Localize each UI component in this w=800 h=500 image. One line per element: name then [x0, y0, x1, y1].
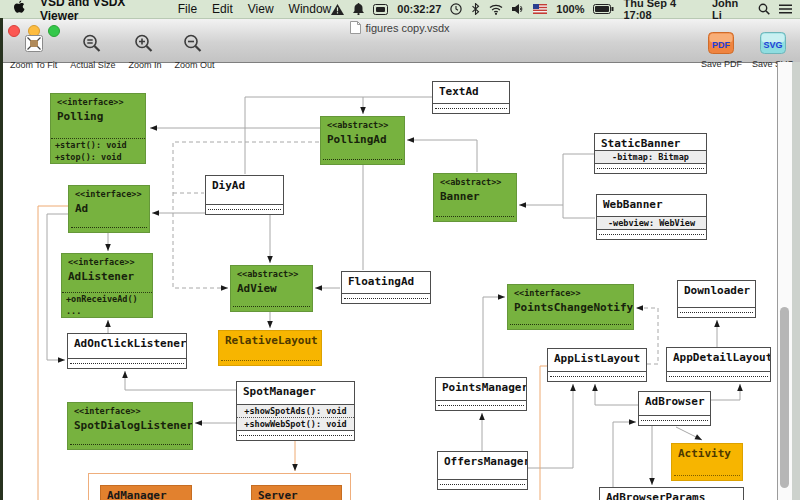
warning-icon[interactable]: [331, 4, 344, 15]
zoom-in-icon: [133, 33, 157, 59]
empty-compartment: [68, 358, 186, 368]
class-name-label: SpotDialogListener: [68, 416, 192, 432]
empty-compartment: [595, 163, 706, 173]
svg-text:SVG: SVG: [763, 40, 782, 50]
class-name-label: PointsManager: [436, 378, 526, 394]
window-right-edge: [791, 62, 800, 500]
class-name-label: TextAd: [433, 82, 509, 98]
stereotype-label: <<abstract>>: [434, 174, 516, 187]
battery-icon[interactable]: [593, 4, 614, 14]
menu-item-window[interactable]: Window: [289, 2, 332, 16]
empty-compartment: [436, 400, 526, 410]
empty-compartment: [219, 356, 321, 365]
class-name-label: Downloader: [678, 281, 755, 297]
save-pdf-button[interactable]: PDFSave PDF: [701, 32, 742, 69]
empty-compartment: [231, 302, 312, 311]
class-name-label: PollingAd: [321, 130, 404, 146]
uml-class-Server: Server: [251, 485, 342, 500]
menu-item-file[interactable]: File: [178, 2, 197, 16]
bell-icon[interactable]: [353, 3, 364, 15]
member-row: +showWebSpot(): void: [237, 417, 354, 430]
uml-class-AppListLayout: AppListLayout: [547, 348, 647, 382]
uml-class-DiyAd: DiyAd: [205, 175, 284, 215]
volume-icon[interactable]: [512, 4, 524, 14]
uml-class-AdManager: AdManager: [100, 485, 192, 500]
us-flag-icon[interactable]: [533, 4, 547, 14]
bluetooth-icon[interactable]: [471, 3, 480, 15]
class-name-label: WebBanner: [597, 195, 706, 211]
save-pdf-icon: PDF: [708, 32, 734, 58]
actual-size-button[interactable]: Actual Size: [70, 33, 115, 70]
empty-compartment: [321, 155, 404, 164]
battery-percent[interactable]: 100%: [556, 3, 584, 15]
class-name-label: Polling: [51, 107, 145, 123]
class-name-label: AdView: [231, 279, 312, 295]
vertical-scrollbar-thumb[interactable]: [780, 307, 789, 488]
empty-compartment: [69, 223, 149, 232]
empty-compartment: [672, 471, 742, 480]
zoom-to-fit-button[interactable]: Zoom To Fit: [10, 33, 57, 70]
stereotype-label: <<interface>>: [69, 186, 149, 199]
class-name-label: AdOnClickListener: [68, 334, 186, 350]
class-name-label: OffersManager: [438, 452, 527, 468]
zoom-to-fit-icon: [22, 33, 46, 59]
stereotype-label: <<abstract>>: [321, 117, 404, 130]
uml-class-PointsChangeNotify: <<interface>>PointsChangeNotify: [507, 284, 634, 330]
class-name-label: AdBrowser: [639, 392, 710, 408]
recording-timer[interactable]: 00:32:27: [397, 3, 441, 15]
save-pdf-label: Save PDF: [701, 59, 742, 69]
menubar-clock[interactable]: Thu Sep 4 17:08: [623, 0, 702, 21]
class-name-label: AppListLayout: [548, 349, 646, 365]
empty-compartment: [342, 293, 430, 303]
uml-class-StaticBanner: StaticBanner-bitmap: Bitmap: [594, 133, 707, 174]
class-name-label: Ad: [69, 199, 149, 215]
empty-compartment: [508, 320, 633, 329]
class-name-label: RelativeLayout: [219, 331, 321, 347]
user-name[interactable]: John Li: [712, 0, 749, 21]
class-name-label: Server: [252, 486, 341, 500]
empty-compartment: [434, 212, 516, 221]
zoom-out-button[interactable]: Zoom Out: [174, 33, 214, 70]
document-icon: [350, 21, 361, 34]
menu-item-edit[interactable]: Edit: [212, 2, 233, 16]
uml-class-Activity: Activity: [671, 443, 743, 481]
zoom-in-label: Zoom In: [128, 60, 161, 70]
spotlight-icon[interactable]: [758, 3, 770, 15]
stereotype-label: <<interface>>: [51, 94, 145, 107]
window-titlebar-toolbar: figures copy.vsdx Zoom To FitActual Size…: [0, 18, 800, 63]
apple-menu-icon[interactable]: [12, 0, 25, 18]
member-row: +showSpotAds(): void: [237, 404, 354, 417]
class-name-label: AdBrowserParams: [600, 488, 743, 500]
uml-class-AdBrowser: AdBrowser: [638, 391, 711, 426]
class-name-label: Banner: [434, 187, 516, 203]
member-row: -webview: WebView: [597, 216, 706, 229]
recording-icon[interactable]: [373, 4, 388, 15]
uml-class-TextAd: TextAd: [432, 81, 510, 114]
stereotype-label: <<interface>>: [62, 254, 152, 267]
member-row: +onReceiveAd(): [62, 292, 152, 305]
zoom-in-button[interactable]: Zoom In: [128, 33, 161, 70]
timemachine-icon[interactable]: [450, 3, 462, 15]
zoom-out-label: Zoom Out: [174, 60, 214, 70]
save-svg-icon: SVG: [760, 32, 786, 58]
member-row: +stop(): void: [51, 151, 145, 163]
uml-class-WebBanner: WebBanner-webview: WebView: [596, 194, 707, 240]
toolbar-left: Zoom To FitActual SizeZoom InZoom Out: [10, 33, 214, 70]
uml-class-Polling: <<interface>>Polling+start(): void+stop(…: [50, 93, 146, 164]
empty-compartment: [237, 430, 354, 440]
uml-class-OffersManager: OffersManager: [437, 451, 528, 490]
empty-compartment: [438, 479, 527, 489]
app-menu-title[interactable]: VSD and VSDX Viewer: [40, 0, 163, 23]
stereotype-label: <<interface>>: [68, 403, 192, 416]
empty-compartment: [548, 371, 646, 381]
menu-item-view[interactable]: View: [248, 2, 274, 16]
wifi-icon[interactable]: [489, 4, 503, 15]
uml-class-AdListener: <<interface>>AdListener+onReceiveAd()...: [61, 253, 153, 318]
notification-center-icon[interactable]: [779, 4, 792, 14]
vertical-scrollbar-track[interactable]: [777, 62, 792, 500]
class-name-label: AdListener: [62, 267, 152, 283]
zoom-to-fit-label: Zoom To Fit: [10, 60, 57, 70]
class-name-label: StaticBanner: [595, 134, 706, 150]
uml-class-SpotDialogListener: <<interface>>SpotDialogListener: [67, 402, 193, 450]
class-name-label: FloatingAd: [342, 272, 430, 288]
